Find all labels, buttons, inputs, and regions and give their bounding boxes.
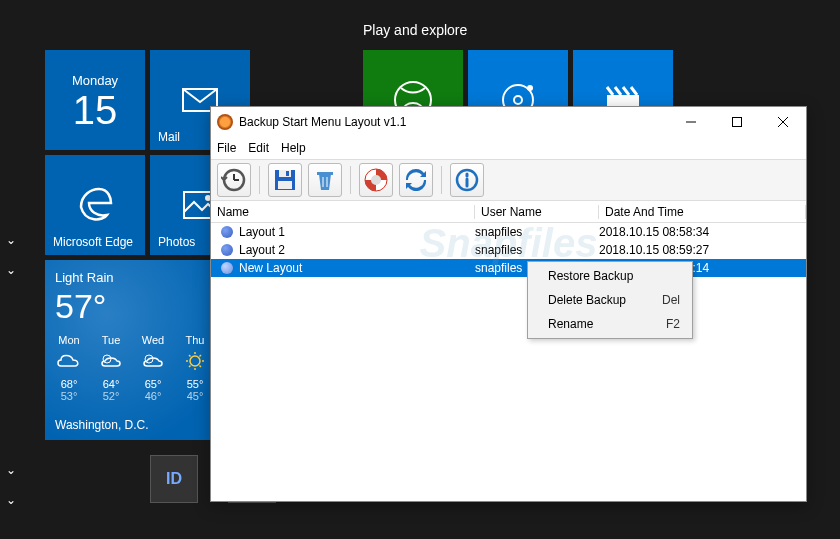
lifebuoy-icon — [363, 167, 389, 193]
context-rename[interactable]: Rename F2 — [530, 312, 690, 336]
floppy-disk-icon — [273, 168, 297, 192]
column-name[interactable]: Name — [211, 205, 475, 219]
weather-city: Washington, D.C. — [55, 418, 149, 432]
tile-label: Photos — [158, 235, 195, 249]
row-bullet-icon — [221, 244, 233, 256]
menu-file[interactable]: File — [217, 141, 236, 155]
tile-label: Microsoft Edge — [53, 235, 133, 249]
toolbar — [211, 159, 806, 201]
forecast-day: Tue 64° 52° — [97, 334, 125, 402]
chevron-down-icon[interactable]: ⌄ — [6, 263, 16, 277]
svg-rect-31 — [317, 172, 333, 175]
chevron-down-icon[interactable]: ⌄ — [6, 493, 16, 507]
table-row[interactable]: New Layout snapfiles 2018.10.15 09:04:14 — [211, 259, 806, 277]
svg-rect-29 — [286, 171, 289, 176]
refresh-icon — [404, 168, 428, 192]
minimize-button[interactable] — [668, 107, 714, 137]
svg-line-16 — [200, 366, 202, 368]
svg-rect-21 — [733, 118, 742, 127]
row-bullet-icon — [221, 226, 233, 238]
titlebar[interactable]: Backup Start Menu Layout v1.1 — [211, 107, 806, 137]
sun-icon — [181, 350, 209, 372]
context-delete[interactable]: Delete Backup Del — [530, 288, 690, 312]
calendar-date: 15 — [73, 88, 118, 133]
table-row[interactable]: Layout 1 snapfiles 2018.10.15 08:58:34 — [211, 223, 806, 241]
row-bullet-icon — [221, 262, 233, 274]
svg-point-4 — [527, 85, 533, 91]
menubar: File Edit Help — [211, 137, 806, 159]
table-row[interactable]: Layout 2 snapfiles 2018.10.15 08:59:27 — [211, 241, 806, 259]
about-button[interactable] — [450, 163, 484, 197]
forecast-day: Mon 68° 53° — [55, 334, 83, 402]
listview[interactable]: Name User Name Date And Time Layout 1 sn… — [211, 201, 806, 277]
edge-tile[interactable]: Microsoft Edge — [45, 155, 145, 255]
svg-line-18 — [200, 355, 202, 357]
svg-line-17 — [189, 366, 191, 368]
chevron-down-icon[interactable]: ⌄ — [6, 233, 16, 247]
app-icon — [217, 114, 233, 130]
calendar-day: Monday — [72, 73, 118, 88]
restore-button[interactable] — [359, 163, 393, 197]
maximize-button[interactable] — [714, 107, 760, 137]
context-menu: Restore Backup Delete Backup Del Rename … — [527, 261, 693, 339]
forecast-day: Thu 55° 45° — [181, 334, 209, 402]
column-date[interactable]: Date And Time — [599, 205, 806, 219]
forecast-day: Wed 65° 46° — [139, 334, 167, 402]
close-button[interactable] — [760, 107, 806, 137]
taskbar-app-icon[interactable]: ID — [150, 455, 198, 503]
column-user[interactable]: User Name — [475, 205, 599, 219]
calendar-tile[interactable]: Monday 15 — [45, 50, 145, 150]
delete-button[interactable] — [308, 163, 342, 197]
svg-rect-30 — [278, 181, 292, 189]
trash-icon — [313, 168, 337, 192]
partly-cloudy-icon — [97, 350, 125, 372]
save-button[interactable] — [268, 163, 302, 197]
menu-help[interactable]: Help — [281, 141, 306, 155]
svg-point-35 — [371, 175, 381, 185]
menu-edit[interactable]: Edit — [248, 141, 269, 155]
listview-header: Name User Name Date And Time — [211, 201, 806, 223]
svg-rect-28 — [279, 170, 291, 177]
tile-label: Mail — [158, 130, 180, 144]
window-title: Backup Start Menu Layout v1.1 — [239, 115, 406, 129]
svg-point-3 — [514, 96, 522, 104]
app-window: Backup Start Menu Layout v1.1 File Edit … — [210, 106, 807, 502]
info-icon — [455, 168, 479, 192]
backup-button[interactable] — [217, 163, 251, 197]
svg-point-10 — [190, 356, 200, 366]
chevron-down-icon[interactable]: ⌄ — [6, 463, 16, 477]
clock-arrow-icon — [221, 167, 247, 193]
context-restore[interactable]: Restore Backup — [530, 264, 690, 288]
section-header: Play and explore — [363, 22, 467, 38]
edge-icon — [75, 185, 115, 225]
svg-line-15 — [189, 355, 191, 357]
refresh-button[interactable] — [399, 163, 433, 197]
cloud-icon — [55, 350, 83, 372]
partly-cloudy-icon — [139, 350, 167, 372]
